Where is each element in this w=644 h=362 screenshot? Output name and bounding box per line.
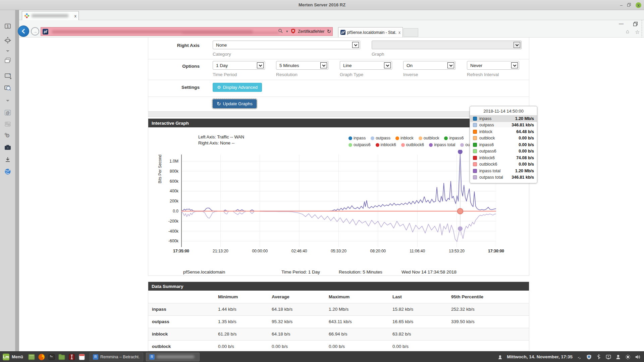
forward-button[interactable]: → [31,27,39,36]
home-icon[interactable]: ⌂ [626,28,629,35]
chevron-down-icon[interactable] [3,47,12,55]
options-select-time-period[interactable]: 1 Day [213,61,265,70]
legend-item[interactable]: inblock6 [376,142,396,147]
ie-minimize-button[interactable]: — [619,21,624,26]
legend-dot-icon [429,143,433,147]
category-select[interactable]: None [213,41,360,49]
tooltip-row: outpass346.81 kb/s [470,122,537,129]
cell-value: 15.82 kb/s [392,303,451,315]
options-select-resolution[interactable]: 5 Minutes [276,61,328,70]
network-signal-icon[interactable] [576,354,582,360]
close-icon[interactable]: x [398,30,400,35]
divider [148,59,529,59]
toggle-icon[interactable] [3,120,12,128]
legend-item[interactable]: inblock [395,136,414,140]
series-swatch-icon [473,162,477,166]
cert-error-label[interactable]: Zertifikatfehler [298,29,324,34]
refresh-icon[interactable]: ↻ [327,28,331,35]
user-icon[interactable] [615,354,621,360]
volume-icon[interactable] [635,354,641,360]
y-tick-label: 800k [159,169,178,174]
update-graphs-button[interactable]: ↻ Update Graphs [213,99,257,108]
legend-item[interactable]: outpass6 [348,142,371,147]
options-select-graph-type[interactable]: Line [340,61,392,70]
taskbar-clock[interactable]: Mittwoch, 14. November, 17:35 [507,354,573,359]
screenshot-icon[interactable] [3,143,12,152]
legend-item[interactable]: outblock6 [401,142,424,147]
close-button[interactable]: x [636,2,641,8]
favorites-star-icon[interactable]: ☆ [635,29,640,35]
fullscreen-icon[interactable] [3,36,12,45]
svg-text:@: @ [5,111,9,115]
row-label: outblock [148,340,218,351]
pin-window-icon[interactable]: 1 [3,22,12,31]
graph-select[interactable] [372,41,522,49]
legend-item[interactable]: outblock [419,136,439,140]
taskbar-task-0[interactable]: RRemmina – Betracht... [90,353,143,361]
legend-item[interactable]: outpass [371,136,390,140]
bluetooth-icon[interactable] [596,354,602,360]
column-header: Last [392,291,451,303]
display-advanced-button[interactable]: ⚙ Display Advanced [213,83,262,92]
close-icon[interactable]: x [74,13,77,18]
tooltip-row: inpass total1.20 Mb/s [470,168,537,174]
options-select-inverse[interactable]: On [403,61,455,70]
table-row: outpass1.35 kb/s95.32 kb/s643.11 kb/s16.… [148,315,529,328]
menu-button[interactable]: Lm Menü [0,352,26,362]
right-axis-title: Right Axis: None -- [198,140,234,146]
pfsense-page-tab[interactable]: pf pfSense.localdomain - Stat... x [338,27,403,37]
legend-dot-icon [395,136,399,140]
scaled-window-icon[interactable] [3,71,12,80]
legend-dot-icon [460,143,464,147]
browser-top-tab[interactable]: x [22,11,79,20]
back-button[interactable] [18,25,29,37]
shield-icon[interactable]: i [586,354,592,360]
search-icon[interactable] [278,28,283,35]
taskbar-task-1[interactable]: R [146,353,200,361]
notification-icon[interactable] [497,354,503,360]
chevron-down-icon[interactable] [3,96,12,105]
chevron-down-icon[interactable]: ▼ [285,30,288,33]
y-tick-label: 200k [159,199,178,203]
zoom-window-icon[interactable] [3,83,12,92]
traffic-chart[interactable] [181,150,496,247]
new-tab-button[interactable] [404,28,418,37]
taskbar: Lm Menü $ RRemmina – Betracht...R Mittwo… [0,351,644,362]
legend-item[interactable]: inpass [348,136,366,140]
show-desktop-icon[interactable] [26,352,37,362]
cell-value: 0.00 b/s [329,340,392,351]
svg-text:1: 1 [7,24,9,28]
restore-button[interactable] [627,3,631,8]
editor-icon[interactable] [67,352,77,362]
files-icon[interactable] [57,352,67,362]
tooltip-row: outblock0.00 b/s [470,135,537,142]
series-swatch-icon [473,175,477,179]
firefox-icon[interactable] [37,352,47,362]
legend-dot-icon [348,136,352,140]
options-select-refresh-interval[interactable]: Never [467,61,519,70]
remmina-task-icon: R [93,354,98,360]
x-tick-label: 05:33:20 [325,249,353,253]
ie-restore-button[interactable] [633,21,638,27]
brightness-icon[interactable] [625,354,631,360]
series-swatch-icon [473,136,477,140]
globe-icon[interactable] [3,167,12,176]
terminal-icon[interactable]: $ [47,352,57,362]
legend-item[interactable]: inpass total [429,142,455,147]
cert-error-shield-icon[interactable] [291,28,296,35]
screenshare-icon[interactable] [605,354,611,360]
left-axis-title: Left Axis: Traffic -- WAN [198,134,244,140]
x-tick-label: 17:30:00 [482,249,510,253]
office-icon[interactable] [77,352,87,362]
legend-dot-icon [401,143,405,147]
minimize-button[interactable]: – [620,3,623,8]
minimize-tray-icon[interactable] [3,155,12,164]
page-tab-title: pfSense.localdomain - Stat... [347,30,397,35]
tools-icon[interactable]: ⚙⚙ [3,131,12,140]
duplicate-window-icon[interactable] [3,56,12,65]
legend-item[interactable]: inpass6 [444,136,464,140]
address-bar[interactable]: pf ▼ Zertifikatfehler ↻ [41,27,333,36]
gear-icon: ⚙ [217,85,221,90]
keyboard-capture-icon[interactable]: @ [3,108,12,117]
x-tick-label: 17:35:00 [167,249,195,253]
